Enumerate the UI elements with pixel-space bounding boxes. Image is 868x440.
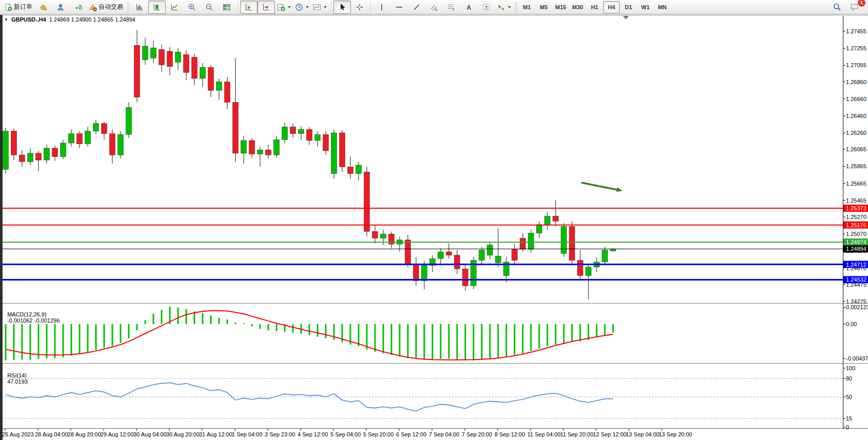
crosshair-button[interactable] bbox=[351, 1, 368, 14]
paint-bucket-icon bbox=[39, 3, 47, 11]
candle-down bbox=[446, 252, 452, 255]
rsi-name: RSI(14) bbox=[7, 372, 27, 378]
candle-up bbox=[85, 131, 91, 144]
zoom-out-icon bbox=[205, 3, 213, 11]
rsi-value: 47.0193 bbox=[7, 378, 28, 385]
tile-windows-button[interactable] bbox=[218, 1, 235, 14]
candle-up bbox=[93, 124, 99, 131]
candle-down bbox=[578, 261, 583, 276]
signals-button[interactable] bbox=[69, 1, 87, 14]
candle-down bbox=[192, 57, 198, 78]
toolbar-separator bbox=[370, 2, 371, 13]
time-tick-label: 1 Sep 04:00 bbox=[232, 431, 262, 437]
price-tick-label: 1.26660 bbox=[846, 96, 866, 102]
timeframe-button-M30[interactable]: M30 bbox=[569, 1, 586, 13]
bar-chart-icon bbox=[135, 3, 144, 11]
chat-button[interactable]: 1 bbox=[845, 1, 863, 14]
chart-shift-button[interactable] bbox=[258, 1, 275, 14]
timeframe-button-H1[interactable]: H1 bbox=[586, 1, 603, 13]
text-label-tool-button[interactable]: T bbox=[478, 1, 495, 14]
candle-up bbox=[422, 266, 427, 281]
auto-scroll-icon bbox=[245, 3, 253, 11]
candle-up bbox=[537, 225, 542, 233]
candle-up bbox=[274, 139, 280, 155]
candle-down bbox=[11, 131, 17, 155]
rsi-tick-label: 15 bbox=[846, 415, 852, 422]
price-badge-label: 1.24974 bbox=[846, 239, 866, 245]
channel-icon: E bbox=[430, 3, 438, 11]
candle-up bbox=[175, 52, 181, 63]
time-tick-label: 8 Sep 12:00 bbox=[495, 431, 525, 437]
candle-up bbox=[143, 46, 148, 60]
price-badge-label: 1.24894 bbox=[846, 246, 866, 252]
one-click-trading-toggle-icon[interactable]: ▼ bbox=[4, 17, 8, 22]
candlestick-chart-button[interactable] bbox=[148, 1, 166, 14]
time-tick-label: 11 Sep 04:00 bbox=[527, 431, 561, 437]
zoom-out-button[interactable] bbox=[201, 1, 218, 14]
time-tick-label: 7 Sep 04:00 bbox=[429, 431, 459, 437]
horizontal-line-tool-button[interactable] bbox=[390, 1, 408, 14]
trendline-tool-button[interactable] bbox=[408, 1, 425, 14]
time-tick-label: 4 Sep 12:00 bbox=[298, 431, 328, 437]
bar-chart-button[interactable] bbox=[131, 1, 148, 14]
timeframe-button-M1[interactable]: M1 bbox=[519, 1, 535, 13]
timeframe-button-M5[interactable]: M5 bbox=[536, 1, 552, 13]
styles-button[interactable] bbox=[34, 1, 52, 14]
timeframe-button-W1[interactable]: W1 bbox=[637, 1, 654, 13]
text-tool-button[interactable]: A bbox=[460, 1, 478, 14]
time-tick-label: 3 Sep 23:00 bbox=[265, 431, 295, 437]
vertical-line-tool-button[interactable] bbox=[373, 1, 390, 14]
macd-tick-label: 0.00 bbox=[846, 321, 857, 327]
price-tick-label: 1.25070 bbox=[846, 231, 866, 237]
auto-trading-button[interactable]: 自动交易 bbox=[87, 1, 125, 14]
price-tick-label: 1.25665 bbox=[846, 181, 866, 187]
equidistant-channel-tool-button[interactable]: E bbox=[425, 1, 443, 14]
new-order-button[interactable]: 新订单 bbox=[2, 1, 34, 14]
timeframe-button-M15[interactable]: M15 bbox=[553, 1, 569, 13]
chart-background bbox=[0, 15, 868, 440]
candle-down bbox=[225, 82, 230, 103]
candle-down bbox=[323, 134, 329, 150]
candle-down bbox=[405, 240, 411, 264]
arrows-tool-button[interactable] bbox=[495, 1, 513, 14]
price-tick-label: 1.27455 bbox=[846, 28, 866, 34]
line-chart-icon bbox=[170, 3, 179, 11]
cursor-button[interactable] bbox=[333, 1, 351, 14]
line-chart-button[interactable] bbox=[166, 1, 183, 14]
periods-button[interactable] bbox=[293, 1, 311, 14]
candle-down bbox=[134, 45, 140, 97]
templates-button[interactable] bbox=[311, 1, 329, 14]
candle-up bbox=[586, 267, 591, 276]
candle-up bbox=[299, 129, 304, 133]
zoom-in-button[interactable] bbox=[183, 1, 201, 14]
price-badge-label: 1.24712 bbox=[846, 262, 866, 268]
timeframe-button-D1[interactable]: D1 bbox=[620, 1, 637, 13]
candle-up bbox=[528, 233, 534, 249]
chart-canvas[interactable]: 1.274551.272551.270551.268601.266601.264… bbox=[0, 15, 868, 440]
fibonacci-tool-button[interactable]: F bbox=[443, 1, 460, 14]
candle-up bbox=[602, 250, 608, 262]
candle-down bbox=[463, 269, 468, 286]
time-tick-label: 28 Aug 04:00 bbox=[35, 431, 68, 437]
indicators-icon bbox=[277, 3, 285, 11]
candle-up bbox=[487, 245, 493, 255]
trendline-icon bbox=[412, 3, 421, 11]
candle-down bbox=[569, 226, 575, 260]
price-tick-label: 1.26460 bbox=[846, 113, 866, 119]
zoom-in-icon bbox=[188, 3, 196, 11]
auto-scroll-button[interactable] bbox=[240, 1, 258, 14]
community-button[interactable] bbox=[52, 1, 69, 14]
candle-up bbox=[44, 148, 50, 160]
macd-values: -0.001062 -0.001296 bbox=[7, 317, 60, 324]
timeframe-toolbar: M1M5M15M30H1H4D1W1MN bbox=[519, 1, 670, 13]
indicators-button[interactable] bbox=[275, 1, 293, 14]
timeframe-button-H4[interactable]: H4 bbox=[603, 1, 620, 13]
macd-name: MACD(12,26,9) bbox=[7, 311, 46, 317]
search-button[interactable] bbox=[828, 1, 845, 14]
rsi-tick-label: 80 bbox=[846, 375, 852, 382]
candle-down bbox=[413, 264, 419, 281]
timeframe-button-MN[interactable]: MN bbox=[654, 1, 670, 13]
toolbar-separator bbox=[238, 2, 238, 13]
candle-down bbox=[348, 167, 353, 173]
price-tick-label: 1.27055 bbox=[846, 62, 866, 68]
